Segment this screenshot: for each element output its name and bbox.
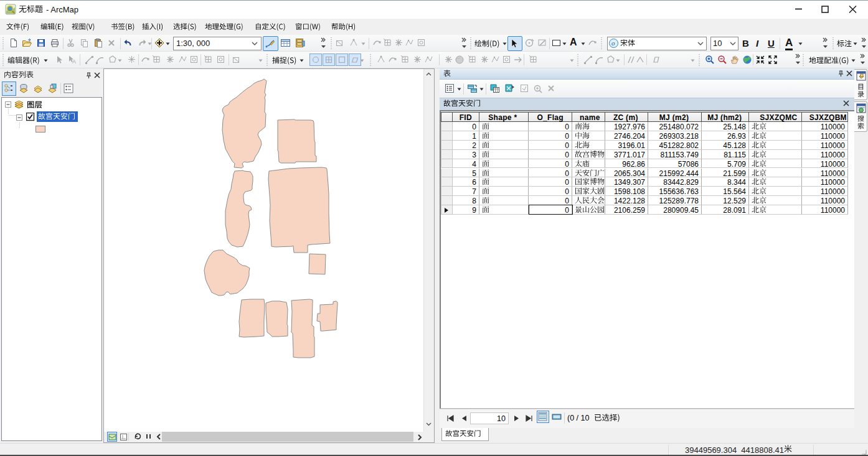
svg-text:A: A [72, 58, 76, 65]
svg-text:o: o [611, 39, 615, 47]
